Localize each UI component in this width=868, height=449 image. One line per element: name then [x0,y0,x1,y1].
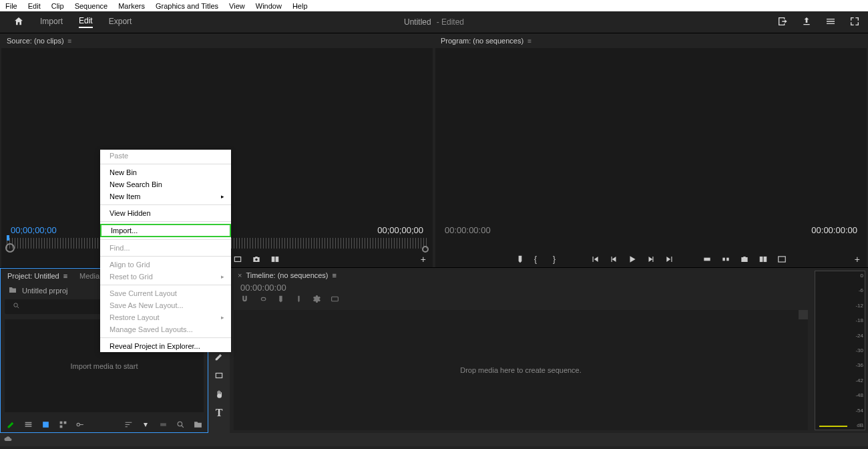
play-icon[interactable] [628,255,637,264]
linked-selection-icon[interactable] [258,295,267,305]
share-icon[interactable] [801,16,812,29]
svg-rect-10 [764,257,767,262]
svg-point-12 [14,303,18,307]
compare-icon[interactable] [758,255,768,264]
menu-manage-layouts: Manage Saved Layouts... [100,323,231,335]
menu-new-search-bin[interactable]: New Search Bin [100,178,231,190]
statusbar [0,433,868,446]
extract-icon[interactable] [721,255,730,264]
menu-save-as-layout: Save As New Layout... [100,299,231,311]
workspace-menu-icon[interactable] [825,16,836,29]
cloud-sync-icon[interactable] [4,435,12,445]
menu-edit[interactable]: Edit [28,2,41,10]
search-icon [13,302,20,311]
camera-icon[interactable] [740,255,749,264]
lift-icon[interactable] [702,255,712,264]
snap-icon[interactable] [240,295,249,305]
timeline-tab[interactable]: Timeline: (no sequences) [246,271,328,279]
marker-add-icon[interactable] [276,295,285,305]
menu-markers[interactable]: Markers [118,2,145,10]
audio-meters: 0 -6 -12 -18 -24 -30 -36 -42 -48 -54 dB [812,268,868,433]
step-forward-icon[interactable] [646,255,656,264]
timeline-timecode[interactable]: 00:00:00:00 [231,283,811,293]
menu-restore-layout: Restore Layout▸ [100,311,231,323]
project-tab[interactable]: Project: Untitled≡ [7,272,67,280]
scroll-corner[interactable] [799,310,808,319]
menu-help[interactable]: Help [292,2,308,10]
svg-rect-9 [760,257,763,262]
hand-tool-icon[interactable] [213,388,225,400]
menu-file[interactable]: File [5,2,17,10]
rectangle-tool-icon[interactable] [213,369,225,382]
panel-menu-icon[interactable]: ≡ [527,37,531,45]
export-frame-icon[interactable] [233,255,242,264]
menu-sequence[interactable]: Sequence [75,2,108,10]
type-tool-icon[interactable]: T [213,407,225,419]
pen-tool-icon[interactable] [213,351,225,363]
step-back-icon[interactable] [609,255,618,264]
settings-icon[interactable] [312,295,321,305]
chevron-down-icon[interactable]: ▾ [141,420,150,429]
svg-rect-6 [704,258,710,261]
meter-tick: -18 [855,317,863,323]
menu-new-item[interactable]: New Item▸ [100,190,231,202]
menu-new-bin[interactable]: New Bin [100,166,231,178]
zoom-slider-icon[interactable] [75,420,85,429]
svg-rect-2 [234,257,240,262]
svg-rect-13 [43,422,49,428]
program-timecode-left[interactable]: 00:00:00:00 [445,225,491,235]
list-view-icon[interactable] [23,420,33,429]
add-button-icon[interactable]: + [855,254,860,265]
new-bin-icon[interactable] [193,420,202,429]
go-to-in-icon[interactable] [590,255,600,264]
timeline-marker-icon[interactable] [294,295,303,305]
meter-tick: dB [855,422,863,428]
find-icon[interactable] [176,420,185,429]
menu-graphics[interactable]: Graphics and Titles [156,2,218,10]
menu-view-hidden[interactable]: View Hidden [100,207,231,219]
safe-margins-icon[interactable] [777,255,787,264]
panel-menu-icon[interactable]: ≡ [333,271,337,279]
automate-icon[interactable] [158,420,168,429]
project-filename: Untitled prproj [22,287,67,295]
out-point-icon[interactable]: } [553,255,562,264]
in-point-icon[interactable]: { [534,255,544,264]
context-menu: Paste New Bin New Search Bin New Item▸ V… [100,150,231,352]
pencil-icon[interactable] [6,420,15,429]
captions-icon[interactable] [331,295,339,305]
sort-icon[interactable] [124,420,133,429]
panel-menu-icon[interactable]: ≡ [68,37,72,45]
workspace-tab-export[interactable]: Export [109,17,132,27]
menu-window[interactable]: Window [256,2,282,10]
svg-rect-14 [59,421,62,424]
program-transport: { } + [434,251,868,267]
timeline-placeholder: Drop media here to create sequence. [460,366,582,374]
project-title: Untitled [404,17,431,27]
timeline-drop-area[interactable]: Drop media here to create sequence. [234,310,808,430]
meter-tick: -30 [855,347,863,353]
menu-reveal-project[interactable]: Reveal Project in Explorer... [100,340,231,352]
menu-clip[interactable]: Clip [51,2,64,10]
menu-import[interactable]: Import... [100,224,231,237]
icon-view-icon[interactable] [41,420,50,429]
freeform-view-icon[interactable] [58,420,67,429]
source-timecode-left[interactable]: 00;00;00;00 [11,225,57,235]
menu-view[interactable]: View [229,2,245,10]
source-timecode-right: 00;00;00;00 [377,225,423,235]
source-panel-title: Source: (no clips) [7,37,64,45]
camera-icon[interactable] [252,255,261,264]
add-button-icon[interactable]: + [421,254,426,265]
marker-icon[interactable] [515,255,525,264]
home-icon[interactable] [13,16,24,29]
svg-rect-11 [779,257,786,262]
compare-icon[interactable] [270,255,280,264]
quick-export-icon[interactable] [777,16,788,29]
project-footer: ▾ [1,416,208,432]
menu-align-grid: Align to Grid [100,259,231,271]
workspace-tab-import[interactable]: Import [40,17,63,27]
svg-rect-18 [160,423,166,426]
meter-bar [819,426,847,427]
workspace-tab-edit[interactable]: Edit [79,16,93,28]
fullscreen-icon[interactable] [849,16,860,29]
go-to-out-icon[interactable] [665,255,674,264]
